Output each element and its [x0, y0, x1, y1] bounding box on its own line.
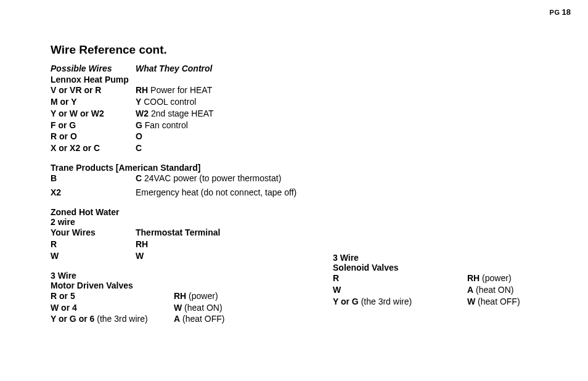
wire-label: B	[51, 173, 136, 184]
terminal-key: W	[467, 297, 475, 306]
wire-label: R	[51, 239, 136, 250]
zoned-title-1: Zoned Hot Water	[51, 207, 296, 217]
page-number: PG 18	[550, 7, 571, 17]
solenoid-row: WA (heat ON)	[333, 284, 520, 296]
header-what-control: What They Control	[136, 63, 212, 75]
terminal-key: W	[174, 303, 182, 313]
wire-control: Emergency heat (do not connect, tape off…	[136, 187, 296, 199]
wire-label: Y or G or 6	[51, 314, 94, 324]
wire-label: Y or G	[333, 297, 359, 306]
lennox-row: F or GG Fan control	[51, 120, 296, 131]
wire-control: G Fan control	[136, 120, 188, 131]
terminal-desc: (heat ON)	[473, 285, 513, 295]
wire-label-wrap: W	[333, 284, 467, 296]
wire-label: X or X2 or C	[51, 142, 136, 154]
wire-label: M or Y	[51, 96, 136, 108]
lennox-row: M or YY COOL control	[51, 96, 296, 108]
terminal-desc: (power)	[186, 291, 218, 301]
wire-control: RH Power for HEAT	[136, 84, 212, 96]
wire-label: F or G	[51, 120, 136, 131]
terminal-key: Y	[136, 97, 141, 107]
wire-label: W	[333, 285, 341, 295]
terminal-desc: Emergency heat (do not connect, tape off…	[136, 187, 296, 197]
wire-label: W or 4	[51, 303, 77, 313]
terminal-key: G	[136, 120, 142, 130]
wire-control: W (heat OFF)	[467, 296, 520, 308]
motor-row: Y or G or 6 (the 3rd wire)A (heat OFF)	[51, 313, 296, 325]
motor-row: W or 4W (heat ON)	[51, 302, 296, 314]
wire-control: RH (power)	[174, 290, 218, 302]
terminal-desc: (heat ON)	[182, 303, 222, 313]
lennox-row: R or OO	[51, 131, 296, 142]
wire-label-wrap: Y or G or 6 (the 3rd wire)	[51, 313, 174, 325]
wire-control: W (heat ON)	[174, 302, 223, 314]
lennox-row: Y or W or W2W2 2nd stage HEAT	[51, 108, 296, 120]
wire-label-wrap: W or 4	[51, 302, 174, 314]
wire-note: (the 3rd wire)	[359, 297, 412, 306]
terminal-key: A	[467, 285, 473, 295]
solenoid-row: RRH (power)	[333, 272, 520, 284]
solenoid-block: 3 Wire Solenoid Valves RRH (power) WA (h…	[333, 253, 520, 308]
page-number-value: 18	[562, 7, 571, 17]
terminal-key: C	[136, 143, 142, 153]
wire-note: (the 3rd wire)	[94, 314, 147, 324]
motor-title-1: 3 Wire	[51, 271, 296, 281]
terminal-desc: 24VAC power (to power thermostat)	[142, 173, 281, 183]
wire-control: RH (power)	[467, 272, 512, 284]
terminal-key: RH	[174, 291, 186, 301]
terminal-desc: (heat OFF)	[475, 297, 520, 306]
zoned-title-2: 2 wire	[51, 217, 296, 227]
zoned-row: WW	[51, 250, 296, 262]
terminal-desc: COOL control	[141, 97, 196, 107]
wire-label: R	[333, 273, 339, 283]
wire-control: C	[136, 142, 142, 154]
wire-label: V or VR or R	[51, 84, 136, 96]
motor-title-2: Motor Driven Valves	[51, 281, 296, 290]
wire-label-wrap: R	[333, 272, 467, 284]
terminal-desc: 2nd stage HEAT	[149, 109, 214, 118]
page-title: Wire Reference cont.	[51, 43, 296, 57]
trane-row: X2Emergency heat (do not connect, tape o…	[51, 187, 296, 199]
wire-label: X2	[51, 187, 136, 199]
lennox-row: X or X2 or CC	[51, 142, 296, 154]
terminal-key: A	[174, 314, 180, 324]
terminal-key: RH	[467, 273, 480, 283]
zoned-row: RRH	[51, 239, 296, 250]
wire-control: O	[136, 131, 142, 142]
wire-control: A (heat ON)	[467, 284, 513, 296]
solenoid-title-2: Solenoid Valves	[333, 263, 520, 272]
wire-label: Y or W or W2	[51, 108, 136, 120]
terminal-key: C	[136, 173, 142, 183]
wire-label: R or 5	[51, 291, 75, 301]
lennox-row: V or VR or RRH Power for HEAT	[51, 84, 296, 96]
terminal-desc: Power for HEAT	[148, 85, 212, 95]
wire-label: R or O	[51, 131, 136, 142]
terminal-key: W	[136, 250, 144, 262]
zoned-header-b: Thermostat Terminal	[136, 227, 220, 239]
solenoid-title-1: 3 Wire	[333, 253, 520, 263]
terminal-desc: Fan control	[142, 120, 188, 130]
wire-control: C 24VAC power (to power thermostat)	[136, 173, 281, 184]
trane-title: Trane Products [American Standard]	[51, 163, 296, 173]
wire-label-wrap: Y or G (the 3rd wire)	[333, 296, 467, 308]
motor-row: R or 5RH (power)	[51, 290, 296, 302]
header-possible-wires: Possible Wires	[51, 63, 136, 75]
terminal-key: RH	[136, 239, 148, 250]
terminal-key: RH	[136, 85, 148, 95]
page-label: PG	[550, 9, 560, 16]
wire-label: W	[51, 250, 136, 262]
wire-label-wrap: R or 5	[51, 290, 174, 302]
solenoid-row: Y or G (the 3rd wire)W (heat OFF)	[333, 296, 520, 308]
terminal-key: O	[136, 131, 142, 141]
terminal-key: W2	[136, 109, 149, 118]
wire-control: A (heat OFF)	[174, 313, 224, 325]
terminal-desc: (heat OFF)	[180, 314, 224, 324]
wire-control: W2 2nd stage HEAT	[136, 108, 214, 120]
wire-control: Y COOL control	[136, 96, 196, 108]
trane-row: BC 24VAC power (to power thermostat)	[51, 173, 296, 184]
terminal-desc: (power)	[480, 273, 511, 283]
lennox-title: Lennox Heat Pump	[51, 75, 296, 84]
zoned-header-a: Your Wires	[51, 227, 136, 239]
content-area: Wire Reference cont. Possible Wires What…	[51, 43, 296, 325]
